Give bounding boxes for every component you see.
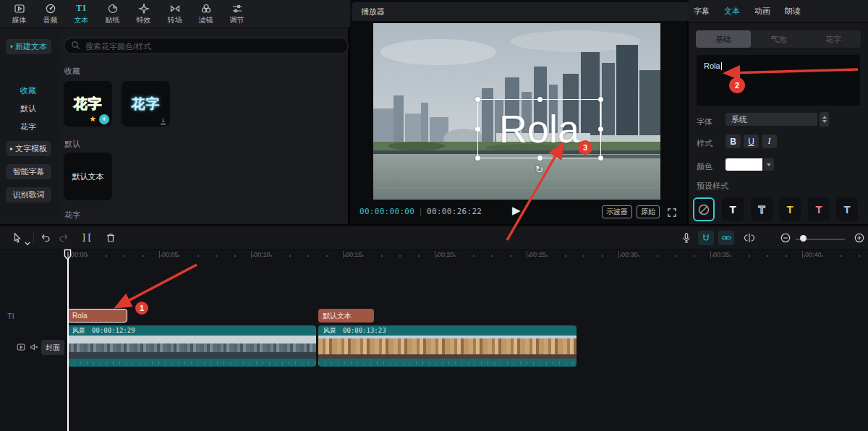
select-tool-icon[interactable]	[12, 232, 23, 247]
text-icon: TI	[76, 3, 87, 14]
add-icon[interactable]: +	[99, 114, 109, 124]
timeline-ruler[interactable]: 00:00 00:05 00:10 00:15 00:20 00:25 00:3…	[0, 249, 868, 262]
sidebar-item-lyrics[interactable]: 识别歌词	[6, 187, 51, 202]
preset-white[interactable]: T	[722, 197, 744, 221]
original-button[interactable]: 原始	[637, 205, 660, 218]
resize-handle-ne[interactable]	[598, 97, 603, 102]
mute-track-icon[interactable]	[29, 342, 39, 355]
select-tool-chevron-icon[interactable]	[25, 236, 30, 249]
huazi-section-title: 花字	[64, 210, 80, 221]
video-overlay-text: Rola	[499, 109, 579, 148]
bold-button[interactable]: B	[726, 135, 741, 148]
search-input[interactable]	[84, 41, 318, 51]
stepper-up-icon[interactable]	[822, 116, 827, 119]
preset-pink[interactable]: T	[808, 197, 830, 221]
video-clip-2[interactable]: 风景 00:00:13:23	[318, 325, 576, 367]
color-label: 颜色	[697, 161, 712, 172]
text-clip-rola[interactable]: Rola	[67, 309, 127, 323]
resize-handle-w[interactable]	[475, 127, 480, 132]
resize-handle-n[interactable]	[537, 97, 542, 102]
tab-sticker[interactable]: 贴纸	[97, 1, 128, 26]
subtab-huazi[interactable]: 花字	[806, 30, 861, 48]
video-clip-2-thumbnails	[318, 336, 576, 359]
italic-button[interactable]: I	[762, 135, 777, 148]
playhead-line[interactable]	[67, 252, 69, 431]
font-label: 字体	[697, 116, 712, 127]
tab-caption[interactable]: 字幕	[694, 6, 710, 17]
font-select[interactable]: 系统	[726, 113, 817, 126]
preview-axis-icon[interactable]	[744, 232, 755, 247]
sidebar-item-huazi[interactable]: 花字	[20, 121, 36, 132]
toolbar-divider	[33, 233, 34, 243]
style-label: 样式	[697, 138, 712, 149]
video-clip-duration: 00:00:12:29	[92, 327, 135, 334]
sidebar-item-default[interactable]: 默认	[20, 103, 36, 114]
magnet-snap-icon[interactable]	[698, 231, 714, 245]
tab-effects[interactable]: 特效	[128, 1, 159, 26]
tab-text-props[interactable]: 文本	[724, 6, 740, 17]
undo-icon[interactable]	[40, 232, 51, 247]
text-track-label: TI	[7, 312, 14, 320]
video-clip-duration: 00:00:13:23	[343, 327, 386, 334]
preset-yellow[interactable]: T	[779, 197, 801, 221]
sidebar-item-smart-captions[interactable]: 智能字幕	[6, 164, 51, 179]
resize-handle-e[interactable]	[598, 127, 603, 132]
default-text-tile[interactable]: 默认文本	[64, 153, 112, 200]
player-title: 播放器	[361, 7, 385, 17]
preset-none[interactable]	[693, 197, 715, 221]
zoom-in-icon[interactable]	[854, 232, 865, 247]
tab-filter[interactable]: 滤镜	[190, 1, 221, 26]
color-dropdown-chevron[interactable]	[764, 158, 774, 171]
font-size-stepper[interactable]	[820, 112, 829, 127]
subtab-bubble[interactable]: 气泡	[751, 30, 806, 48]
video-clip-1-footer	[67, 359, 316, 367]
search-bar[interactable]	[64, 38, 349, 54]
tab-media[interactable]: 媒体	[4, 1, 35, 26]
tab-audio[interactable]: 音频	[35, 1, 66, 26]
preset-outline[interactable]: T	[751, 197, 773, 221]
tab-transition[interactable]: 转场	[159, 1, 190, 26]
fullscreen-icon[interactable]	[668, 207, 676, 220]
transition-icon	[169, 3, 181, 14]
sidebar-item-favorites[interactable]: 收藏	[20, 85, 36, 96]
zoom-out-icon[interactable]	[780, 232, 791, 247]
tab-audio-label: 音频	[43, 15, 58, 25]
sidebar-item-new-text[interactable]: ▾ 新建文本	[6, 39, 51, 54]
tab-adjust[interactable]: 调节	[221, 1, 252, 26]
record-voiceover-icon[interactable]	[681, 232, 692, 247]
resize-handle-nw[interactable]	[475, 97, 480, 102]
timeline-zoom-slider-handle[interactable]	[800, 235, 807, 242]
video-preview[interactable]: Rola ↻	[373, 23, 660, 200]
video-clip-1[interactable]: 风景 00:00:12:29	[67, 325, 316, 367]
resize-handle-sw[interactable]	[475, 155, 480, 161]
tab-effects-label: 特效	[137, 15, 151, 25]
play-button[interactable]: ▶	[512, 204, 521, 217]
subtab-basic[interactable]: 基础	[696, 30, 751, 48]
text-clip-default[interactable]: 默认文本	[318, 309, 374, 323]
text-selection-box[interactable]: Rola	[477, 99, 601, 158]
huazi-style-tile-green[interactable]: 花字 ★ +	[64, 81, 112, 127]
preset-blue[interactable]: T	[836, 197, 858, 221]
link-clips-icon[interactable]	[718, 231, 734, 245]
rotate-handle-icon[interactable]: ↻	[535, 164, 543, 175]
sidebar-item-text-template[interactable]: ▸ 文字模板	[6, 141, 51, 156]
underline-button[interactable]: U	[744, 135, 759, 148]
delete-icon[interactable]	[105, 232, 116, 247]
cover-button[interactable]: 封面	[41, 340, 64, 355]
main-track-icon[interactable]	[16, 342, 26, 355]
scope-button[interactable]: 示波器	[602, 205, 632, 218]
tab-animation[interactable]: 动画	[754, 6, 770, 17]
huazi-style-tile-ice[interactable]: 花字 ↓	[122, 81, 170, 127]
text-content-input[interactable]: Rola	[697, 55, 860, 106]
playhead-handle[interactable]	[64, 249, 72, 264]
resize-handle-s[interactable]	[537, 155, 542, 161]
ruler-label: 00:35	[710, 251, 730, 258]
split-icon[interactable]: ][	[81, 232, 93, 244]
adjust-icon	[231, 3, 243, 14]
tab-text[interactable]: TI 文本	[66, 1, 97, 26]
tab-read-aloud[interactable]: 朗读	[785, 6, 801, 17]
resize-handle-se[interactable]	[598, 155, 603, 161]
color-swatch[interactable]	[726, 158, 762, 171]
redo-icon[interactable]	[58, 232, 69, 247]
stepper-down-icon[interactable]	[822, 120, 827, 123]
